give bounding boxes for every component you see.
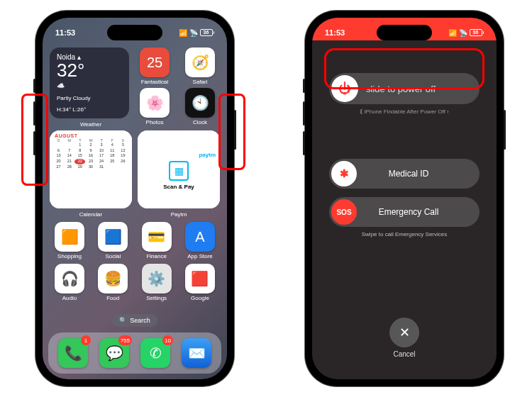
dock: 📞 1 💬 755 ✆ 10 ✉️ <box>48 332 221 374</box>
app-label: Google <box>191 295 209 301</box>
clock-icon: 🕙 <box>185 88 215 118</box>
dynamic-island <box>377 25 432 40</box>
dock-phone[interactable]: 📞 1 <box>58 338 88 368</box>
signal-icon: 📶 <box>448 29 457 37</box>
dock-mail[interactable]: ✉️ <box>182 338 211 368</box>
home-screen: 11:53 📶 📡 36 Noida ▴ 32° ☁️ <box>43 18 227 379</box>
calendar-month: AUGUST <box>53 133 128 138</box>
badge: 10 <box>162 335 173 345</box>
app-food[interactable]: 🍔Food <box>93 264 133 301</box>
paytm-action: Scan & Pay <box>163 184 194 190</box>
calendar-icon: 25 <box>140 47 170 77</box>
annotation-side-button <box>218 94 245 170</box>
weather-widget-label: Weather <box>50 121 132 128</box>
findable-link[interactable]: ⟪ iPhone Findable After Power Off › <box>360 108 448 115</box>
mute-switch[interactable] <box>33 79 35 93</box>
annotation-power-slider <box>324 48 484 89</box>
paytm-widget[interactable]: paytm ▦ Scan & Pay <box>138 130 220 208</box>
signal-icon: 📶 <box>179 29 187 37</box>
wifi-icon: 📡 <box>459 29 467 37</box>
cancel-label: Cancel <box>393 350 415 358</box>
paytm-widget-label: Paytm <box>138 211 220 218</box>
folder-icon: A <box>185 222 215 252</box>
app-label: App Store <box>187 253 213 259</box>
folder-icon: 🟥 <box>185 264 215 293</box>
paytm-logo: paytm <box>199 152 216 158</box>
annotation-volume-buttons <box>21 94 48 186</box>
weather-temp: 32° <box>57 61 122 79</box>
asterisk-icon: ✱ <box>331 161 357 186</box>
app-label: Settings <box>146 295 167 301</box>
sos-icon: SOS <box>331 199 357 225</box>
app-label: Finance <box>146 253 166 259</box>
search-icon: 🔍 <box>119 317 127 324</box>
dock-messages[interactable]: 💬 755 <box>99 338 129 368</box>
app-safari[interactable]: 🧭 Safari <box>180 47 220 85</box>
app-fantastical[interactable]: 25 Fantastical <box>135 47 174 85</box>
weather-cond-icon: ☁️ <box>57 82 122 89</box>
emergency-call-slider[interactable]: SOS Emergency Call <box>329 197 480 227</box>
app-shopping[interactable]: 🟧Shopping <box>50 222 89 259</box>
mute-switch[interactable] <box>303 79 305 93</box>
qr-icon: ▦ <box>169 161 189 181</box>
battery-indicator: 36 <box>200 29 215 36</box>
medical-id-label: Medical ID <box>359 169 480 179</box>
weather-hilo: H:34° L:26° <box>57 106 122 113</box>
folder-icon: ⚙️ <box>142 264 172 293</box>
emergency-caption: Swipe to call Emergency Services <box>362 231 448 237</box>
medical-id-slider[interactable]: ✱ Medical ID <box>329 159 480 189</box>
app-label: Audio <box>62 295 77 301</box>
battery-indicator: 36 <box>470 29 484 36</box>
volume-up-button[interactable] <box>303 101 305 125</box>
status-time: 11:53 <box>55 28 75 37</box>
compass-icon: 🧭 <box>185 47 215 77</box>
calendar-widget-label: Calendar <box>50 211 132 218</box>
volume-down-button[interactable] <box>303 131 305 155</box>
app-label: Food <box>106 295 119 301</box>
dynamic-island <box>107 25 162 40</box>
iphone-left: 11:53 📶 📡 36 Noida ▴ 32° ☁️ <box>35 11 234 386</box>
badge: 755 <box>118 335 132 345</box>
folder-icon: 🟧 <box>55 222 84 252</box>
folder-icon: 🎧 <box>55 264 84 293</box>
calendar-widget[interactable]: AUGUST SMTWTFS12345678910111213141516171… <box>50 130 132 208</box>
folder-icon: 💳 <box>142 222 172 252</box>
folder-icon: 🟦 <box>98 222 128 252</box>
search-button[interactable]: 🔍 Search <box>112 314 157 327</box>
app-label: Shopping <box>57 253 82 259</box>
badge: 1 <box>81 335 91 345</box>
cancel-button[interactable]: ✕ <box>389 318 419 347</box>
dock-whatsapp[interactable]: ✆ 10 <box>140 338 170 368</box>
app-app-store[interactable]: AApp Store <box>180 222 220 259</box>
app-settings[interactable]: ⚙️Settings <box>137 264 177 301</box>
weather-widget[interactable]: Noida ▴ 32° ☁️ Partly Cloudy H:34° L:26° <box>50 47 129 118</box>
flower-icon: 🌸 <box>140 88 170 118</box>
app-finance[interactable]: 💳Finance <box>137 222 177 259</box>
weather-cond: Partly Cloudy <box>57 95 122 101</box>
app-label: Social <box>105 253 121 259</box>
mail-icon: ✉️ <box>182 338 211 368</box>
folder-icon: 🍔 <box>98 264 128 293</box>
wifi-icon: 📡 <box>189 29 198 37</box>
search-label: Search <box>130 317 150 324</box>
app-audio[interactable]: 🎧Audio <box>50 264 89 301</box>
close-icon: ✕ <box>399 325 410 340</box>
emergency-call-label: Emergency Call <box>359 207 480 217</box>
app-google[interactable]: 🟥Google <box>180 264 220 301</box>
status-time: 11:53 <box>325 28 345 37</box>
app-social[interactable]: 🟦Social <box>93 222 133 259</box>
side-power-button[interactable] <box>504 110 506 150</box>
